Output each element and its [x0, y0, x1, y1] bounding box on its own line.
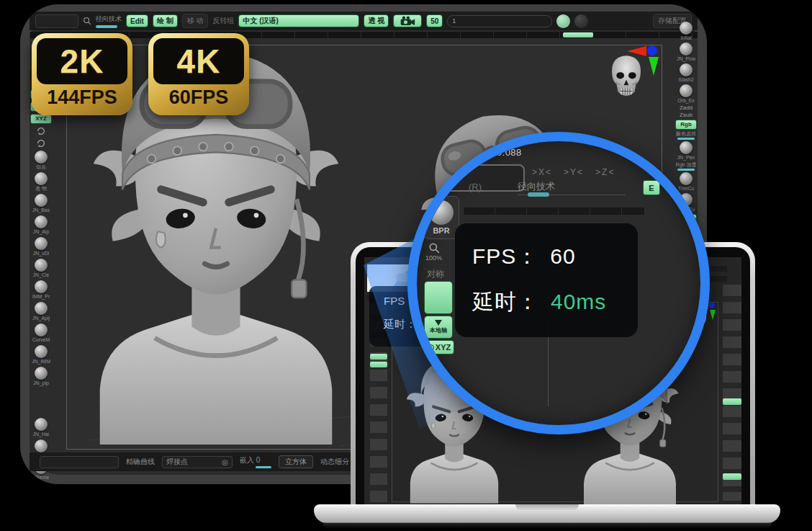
mag-radial-tech-label[interactable]: 径向技术: [518, 180, 555, 193]
orbit-icon: [428, 344, 434, 351]
bpr-label: BPR: [433, 226, 449, 235]
r-label: (R): [469, 182, 482, 192]
mag-radial-thumb[interactable]: [528, 192, 549, 197]
magnify-icon: [428, 242, 440, 254]
local-axis-label: 本地轴: [430, 326, 447, 334]
axis-labels[interactable]: >X< >Y< >Z<: [532, 167, 615, 177]
fps-value: 60: [550, 244, 575, 269]
xyz-label: XYZ: [436, 343, 451, 352]
fps-row: FPS： 60: [472, 242, 638, 272]
bpr-sphere: [429, 200, 454, 225]
arrow-down-icon: [435, 320, 442, 326]
zoom-level-label: 100%: [425, 254, 442, 262]
mag-xyz-button[interactable]: XYZ: [424, 340, 454, 354]
mag-tab-strip: [463, 208, 644, 215]
latency-row: 延时： 40ms: [472, 287, 638, 317]
performance-panel: FPS： 60 延时： 40ms: [455, 223, 638, 337]
latency-label: 延时：: [472, 287, 539, 317]
fps-label: FPS：: [472, 242, 538, 272]
magnifier-circle: -1.467,-0.088 灯箱 >X< >Y< >Z< (R) 径向技术 E …: [407, 132, 710, 434]
magnifier-content: -1.467,-0.088 灯箱 >X< >Y< >Z< (R) 径向技术 E …: [417, 141, 682, 406]
local-axis-button[interactable]: 本地轴: [424, 316, 453, 339]
promo-scene: 径向技术 Edit 绘 制 移 动 反转组 中文 (汉语) 透 视 50 1 存…: [0, 0, 812, 531]
mag-green-button[interactable]: [424, 281, 453, 314]
mag-actual-size-button[interactable]: 100%: [425, 242, 442, 262]
symmetry-label[interactable]: 对称: [427, 268, 444, 280]
mag-edit-button[interactable]: E: [643, 180, 660, 195]
latency-value: 40ms: [551, 290, 606, 314]
